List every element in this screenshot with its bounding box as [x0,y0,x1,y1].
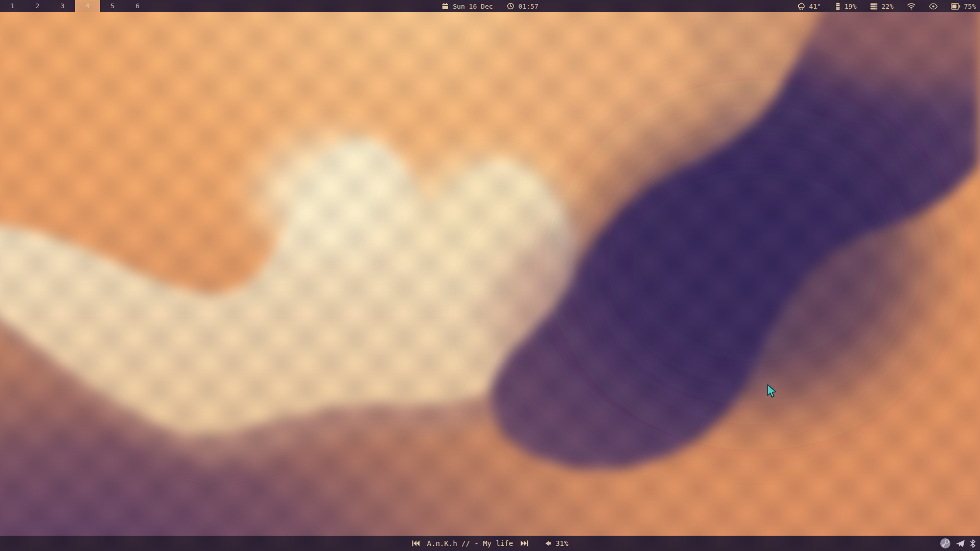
system-tray [940,536,976,551]
redshift-module [929,3,938,10]
workspace-5[interactable]: 5 [100,0,125,12]
desktop-wallpaper [0,0,980,551]
clock-icon [507,3,514,10]
weather-module: 41° [797,2,821,11]
memory-icon [835,3,841,10]
volume-percent-label: 31% [555,539,568,547]
cpu-icon [870,3,878,10]
volume-module[interactable]: 31% [545,539,568,547]
bottom-status-bar: A.n.K.h // - My life 31% [0,536,980,551]
workspace-3[interactable]: 3 [50,0,75,12]
battery-percent-label: 75% [964,3,976,10]
calendar-icon [442,3,449,10]
time-label: 01:57 [519,3,538,10]
music-player-module: A.n.K.h // - My life 31% [412,536,569,551]
datetime-module: Sun 16 Dec 01:57 [442,0,538,12]
memory-percent-label: 19% [845,3,856,10]
weather-temp-label: 41° [809,3,821,10]
bluetooth-icon[interactable] [970,539,976,548]
cpu-percent-label: 22% [881,3,893,10]
battery-icon [951,3,961,10]
status-modules: 41° 19% [797,0,976,12]
top-status-bar: 1 2 3 4 5 6 Sun 16 Dec [0,0,980,12]
workspace-4[interactable]: 4 [75,0,100,12]
battery-module: 75% [951,3,976,10]
track-title-label: A.n.K.h // - My life [427,539,513,547]
workspace-2[interactable]: 2 [25,0,50,12]
wifi-icon [907,3,916,10]
telegram-icon[interactable] [955,539,965,548]
workspace-switcher: 1 2 3 4 5 6 [0,0,150,12]
workspace-6[interactable]: 6 [125,0,150,12]
volume-icon[interactable] [545,540,551,546]
desktop: 1 2 3 4 5 6 Sun 16 Dec [0,0,980,551]
workspace-1[interactable]: 1 [0,0,25,12]
wifi-module [907,3,916,10]
weather-rain-icon [797,2,805,11]
date-label: Sun 16 Dec [453,3,493,10]
steam-icon[interactable] [940,538,951,549]
skip-forward-icon[interactable] [520,540,528,547]
memory-module: 19% [835,3,856,10]
cpu-module: 22% [870,3,893,10]
eye-icon[interactable] [929,3,938,10]
skip-back-icon[interactable] [412,540,420,547]
